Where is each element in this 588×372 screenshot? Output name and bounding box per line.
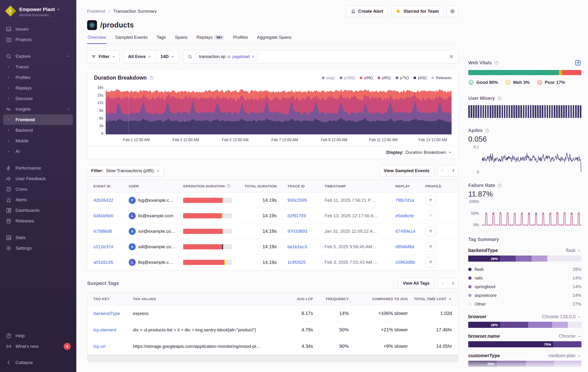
profile-button[interactable] [426,257,436,267]
replay-link[interactable]: d994bf8d [395,244,414,249]
trace-id-link[interactable]: d2f91759 [287,213,306,218]
profile-button[interactable] [426,242,436,252]
search-input[interactable]: transaction.op is pageload [183,50,458,63]
legend-item-avg[interactable]: avg() [322,76,335,80]
replay-link[interactable]: 7f8b7d1a [395,198,414,203]
event-id-link[interactable]: a01d2c26 [94,260,113,265]
tag-key-link[interactable]: lcp.element [94,327,116,332]
transaction-filter-dropdown[interactable]: Filter: Slow Transactions (p95) [87,165,164,176]
open-vitals-icon[interactable] [574,59,581,66]
replay-link[interactable]: e5edbcfe [395,213,414,218]
org-switcher[interactable]: Empower Plant dominik.buszowiec… [5,6,71,18]
replay-link[interactable]: 67499e14 [395,229,415,234]
tab-overview[interactable]: Overview [87,35,107,44]
help-tooltip-icon[interactable] [497,96,502,101]
sidebar-item-ai[interactable]: AI [3,146,73,157]
trace-id-link[interactable]: 930c2595 [287,198,307,203]
breadcrumb-frontend[interactable]: Frontend [87,9,105,14]
sidebar-item-projects[interactable]: Projects [3,34,73,45]
event-id-link[interactable]: 6460e5b0 [94,213,113,218]
sidebar-item-releases[interactable]: Releases [3,216,73,226]
tab-tags[interactable]: Tags [156,35,167,44]
sidebar-item-performance[interactable]: Performance [3,163,73,173]
sidebar-item-help[interactable]: Help [3,330,73,341]
tag-group-name: customerType [468,353,500,358]
tab-label: Overview [88,35,106,40]
help-tooltip-icon[interactable] [497,183,502,188]
starred-for-team-button[interactable]: Starred for Team [391,6,443,17]
sidebar-item-profiles[interactable]: Profiles [3,72,73,83]
sidebar-item-stats[interactable]: Stats [3,232,73,243]
sidebar-item-backend[interactable]: Backend [3,125,73,136]
trace-id-link[interactable]: 1c9f2625 [287,260,306,265]
performance-icon [6,165,12,171]
tab-replays[interactable]: Replays50+ [196,35,225,44]
sidebar-item-collapse[interactable]: Collapse [3,357,73,368]
sidebar-item-dashboards[interactable]: Dashboards [3,205,73,216]
replay-link[interactable]: c0963d8b [395,260,415,265]
legend-item-p100[interactable]: p100() [340,76,355,80]
help-tooltip-icon[interactable] [149,75,154,80]
legend-item-p95[interactable]: p95() [378,76,391,80]
tag-group-value-selector[interactable]: medium-plan [548,353,581,358]
event-id-link[interactable]: 42b35422 [94,198,113,203]
env-selector[interactable]: All Envs [124,50,156,63]
clear-search-icon[interactable] [449,54,454,59]
tag-group-value-selector[interactable]: Chrome [559,333,581,339]
sidebar-item-replays[interactable]: Replays [3,83,73,93]
legend-item-p50[interactable]: p50() [413,76,427,80]
view-sampled-events-button[interactable]: View Sampled Events [379,165,434,176]
column-header-total-duration: TOTAL DURATION [245,184,287,188]
help-tooltip-icon[interactable] [226,184,231,188]
sidebar-item-crons[interactable]: Crons [3,184,73,194]
view-all-tags-button[interactable]: View All Tags [398,278,434,289]
date-range-selector[interactable]: 14D [156,50,179,63]
previous-page-button[interactable] [438,278,448,288]
sidebar-item-mobile[interactable]: Mobile [3,136,73,146]
tag-key-link[interactable]: lcp.url [94,344,105,349]
event-id-link[interactable]: c012e37d [94,244,113,249]
sidebar-item-settings[interactable]: Settings [3,243,73,253]
tag-group-value-selector[interactable]: Chrome 133.0.0 [542,314,581,319]
next-page-button[interactable] [448,278,458,288]
tab-profiles[interactable]: Profiles [233,35,248,44]
tag-group-value-selector[interactable]: flask [566,248,581,253]
sidebar-item-insights[interactable]: Insights [3,104,73,114]
sidebar-item-user-feedback[interactable]: User Feedback [3,173,73,184]
sidebar-item-explore[interactable]: Explore [3,51,73,62]
legend-item-releases[interactable]: Releases [431,76,452,80]
sidebar-item-traces[interactable]: Traces [3,62,73,72]
filter-dropdown[interactable]: Filter [87,50,120,63]
tag-group-name: browser [468,314,487,319]
tab-aggregate-spans[interactable]: Aggregate Spans [256,35,292,44]
sidebar-item-discover[interactable]: Discover [3,93,73,104]
tab-sampled-events[interactable]: Sampled Events [115,35,148,44]
event-id-link[interactable]: fc7886d8 [94,229,112,234]
profile-icon [428,229,433,234]
legend-item-p75[interactable]: p75() [396,76,409,80]
sidebar-item-alerts[interactable]: Alerts [3,194,73,205]
remove-token-icon[interactable] [252,55,255,58]
sidebar-item-what-s-new[interactable]: What's new4 [3,341,73,351]
trace-id-link[interactable]: 97033893 [287,229,307,234]
legend-item-p99[interactable]: p99() [360,76,373,80]
next-page-button[interactable] [448,165,458,176]
table-row: fc7886d8Xxvi@example.co…14.19s97033893Ja… [87,223,458,239]
profile-button[interactable] [426,195,436,205]
sort-descending-icon[interactable] [448,297,452,301]
tab-spans[interactable]: Spans [175,35,188,44]
sidebar-item-frontend[interactable]: Frontend [3,114,73,125]
sidebar-item-issues[interactable]: Issues [3,24,73,34]
help-tooltip-icon[interactable] [494,60,499,65]
previous-page-button[interactable] [438,165,448,176]
display-selector[interactable]: Display: Duration Breakdown [87,146,458,159]
search-token[interactable]: transaction.op is pageload [196,52,258,61]
table-row: 6460e5b0Llis@example.com14.19sd2f91759Fe… [87,208,458,223]
tag-key-link[interactable]: backendType [94,311,120,316]
settings-button[interactable] [447,6,458,17]
create-alert-button[interactable]: Create Alert [346,6,388,17]
profile-button[interactable] [426,211,436,221]
trace-id-link[interactable]: be1b1ec3 [287,244,307,249]
profile-button[interactable] [426,226,436,236]
help-tooltip-icon[interactable] [485,128,490,133]
